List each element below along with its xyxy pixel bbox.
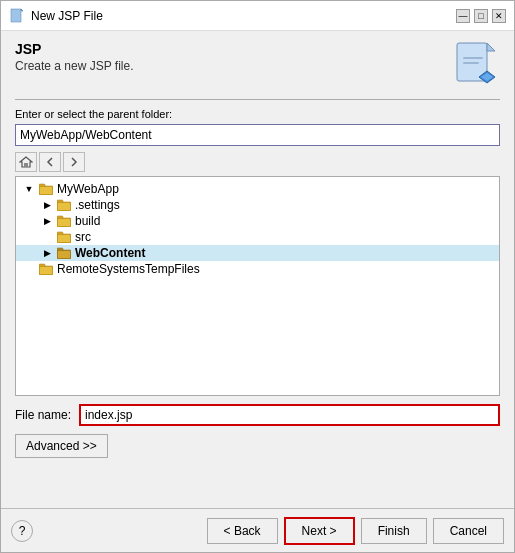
project-remotesystems-icon: [39, 263, 53, 275]
folder-settings-icon: [57, 199, 71, 211]
finish-button[interactable]: Finish: [361, 518, 427, 544]
minimize-button[interactable]: —: [456, 9, 470, 23]
window-title: New JSP File: [31, 9, 103, 23]
svg-rect-28: [39, 264, 45, 267]
svg-rect-14: [40, 187, 52, 194]
folder-icon-src: [56, 230, 72, 244]
title-bar-controls: — □ ✕: [456, 9, 506, 23]
toggle-webcontent[interactable]: ▶: [40, 246, 54, 260]
svg-rect-20: [58, 219, 70, 226]
jsp-large-icon: [455, 41, 497, 89]
forward-icon: [68, 156, 80, 168]
folder-label: Enter or select the parent folder:: [15, 108, 500, 120]
svg-rect-19: [57, 216, 63, 219]
tree-item-remotesystems[interactable]: ▶ RemoteSystemsTempFiles: [16, 261, 499, 277]
tree-label-src: src: [75, 230, 91, 244]
home-button[interactable]: [15, 152, 37, 172]
filename-input[interactable]: [79, 404, 500, 426]
svg-rect-6: [463, 57, 483, 59]
window: New JSP File — □ ✕ JSP Create a new JSP …: [0, 0, 515, 553]
button-bar: ? < Back Next > Finish Cancel: [1, 508, 514, 552]
toggle-build[interactable]: ▶: [40, 214, 54, 228]
folder-input[interactable]: [15, 124, 500, 146]
filename-row: File name:: [15, 404, 500, 426]
navigation-buttons: < Back Next > Finish Cancel: [207, 517, 504, 545]
header-divider: [15, 99, 500, 100]
svg-rect-0: [11, 9, 21, 22]
svg-rect-17: [58, 203, 70, 210]
folder-webcontent-icon: [57, 247, 71, 259]
tree-label-webcontent: WebContent: [75, 246, 145, 260]
advanced-section: Advanced >>: [15, 434, 500, 458]
maximize-button[interactable]: □: [474, 9, 488, 23]
folder-build-icon: [57, 215, 71, 227]
tree-item-mywebapp[interactable]: ▼ MyWebApp: [16, 181, 499, 197]
title-icon: [9, 8, 25, 24]
svg-rect-13: [39, 184, 45, 187]
tree-label-mywebapp: MyWebApp: [57, 182, 119, 196]
next-button[interactable]: Next >: [284, 517, 355, 545]
toggle-settings[interactable]: ▶: [40, 198, 54, 212]
back-button[interactable]: [39, 152, 61, 172]
project-icon-remotesystems: [38, 262, 54, 276]
svg-rect-16: [57, 200, 63, 203]
forward-button[interactable]: [63, 152, 85, 172]
svg-rect-25: [57, 248, 63, 251]
folder-toolbar: [15, 152, 500, 172]
help-area: ?: [11, 520, 33, 542]
folder-icon-settings: [56, 198, 72, 212]
advanced-button[interactable]: Advanced >>: [15, 434, 108, 458]
toggle-mywebapp[interactable]: ▼: [22, 182, 36, 196]
svg-rect-23: [58, 235, 70, 242]
tree-label-remotesystems: RemoteSystemsTempFiles: [57, 262, 200, 276]
close-button[interactable]: ✕: [492, 9, 506, 23]
tree-label-build: build: [75, 214, 100, 228]
svg-rect-26: [58, 251, 70, 258]
tree-label-settings: .settings: [75, 198, 120, 212]
svg-rect-29: [40, 267, 52, 274]
cancel-button[interactable]: Cancel: [433, 518, 504, 544]
tree-item-settings[interactable]: ▶ .settings: [16, 197, 499, 213]
header-icon: [452, 41, 500, 89]
svg-rect-22: [57, 232, 63, 235]
home-icon: [19, 156, 33, 168]
tree-item-build[interactable]: ▶ build: [16, 213, 499, 229]
back-icon: [44, 156, 56, 168]
tree-item-src[interactable]: ▶ src: [16, 229, 499, 245]
project-folder-icon: [39, 183, 53, 195]
header-section: JSP Create a new JSP file.: [15, 41, 500, 89]
tree-item-webcontent[interactable]: ▶ WebContent: [16, 245, 499, 261]
title-bar-left: New JSP File: [9, 8, 103, 24]
back-nav-button[interactable]: < Back: [207, 518, 278, 544]
page-subtitle: Create a new JSP file.: [15, 59, 134, 73]
help-button[interactable]: ?: [11, 520, 33, 542]
project-icon: [38, 182, 54, 196]
file-tree[interactable]: ▼ MyWebApp ▶: [15, 176, 500, 396]
folder-src-icon: [57, 231, 71, 243]
header-left: JSP Create a new JSP file.: [15, 41, 134, 73]
filename-label: File name:: [15, 408, 71, 422]
main-content: JSP Create a new JSP file. Enter or: [1, 31, 514, 508]
folder-icon-webcontent: [56, 246, 72, 260]
page-title: JSP: [15, 41, 134, 57]
svg-rect-7: [463, 62, 479, 64]
svg-rect-11: [24, 163, 28, 167]
folder-icon-build: [56, 214, 72, 228]
title-bar: New JSP File — □ ✕: [1, 1, 514, 31]
